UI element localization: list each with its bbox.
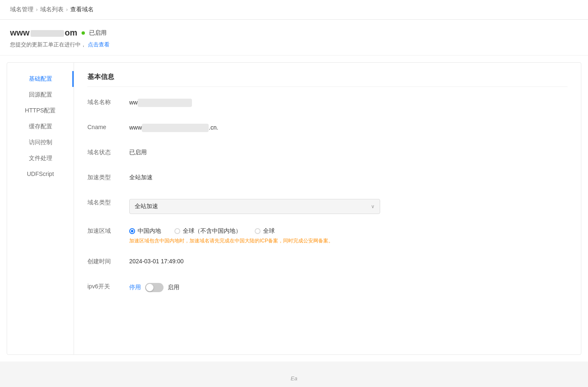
domain-type-select[interactable]: 全站加速 ∨ xyxy=(129,199,380,214)
domain-name-value: ww xyxy=(129,97,568,107)
main-content: 基础配置 回源配置 HTTPS配置 缓存配置 访问控制 文件处理 UDFScri… xyxy=(7,62,581,355)
domain-type-label: 域名类型 xyxy=(87,197,129,206)
update-notice: 您提交的更新工单正在进行中， 点击查看 xyxy=(10,41,578,48)
toggle-knob xyxy=(146,284,153,291)
update-link[interactable]: 点击查看 xyxy=(88,41,110,48)
ipv6-value: 停用 启用 xyxy=(129,281,568,292)
form-row-ipv6: ipv6开关 停用 启用 xyxy=(87,281,568,295)
radio-global-no-china[interactable]: 全球（不含中国内地） xyxy=(174,227,241,235)
domain-name-redacted xyxy=(138,99,192,107)
ipv6-label: ipv6开关 xyxy=(87,281,129,290)
breadcrumb-item-3: 查看域名 xyxy=(70,6,94,13)
domain-type-value: 全站加速 ∨ xyxy=(129,197,568,214)
radio-global[interactable]: 全球 xyxy=(255,227,275,235)
breadcrumb: 域名管理 › 域名列表 › 查看域名 xyxy=(0,0,588,20)
page-bottom: Ea xyxy=(0,362,588,387)
ipv6-enabled-label: 启用 xyxy=(168,284,179,291)
domain-type-select-value: 全站加速 xyxy=(135,203,158,210)
breadcrumb-item-1[interactable]: 域名管理 xyxy=(10,6,33,13)
ipv6-toggle[interactable] xyxy=(145,283,164,292)
accel-region-radio-group: 中国内地 全球（不含中国内地） 全球 xyxy=(129,227,568,235)
form-row-create-time: 创建时间 2024-03-01 17:49:00 xyxy=(87,256,568,270)
radio-label-global: 全球 xyxy=(263,227,275,235)
cname-prefix: www xyxy=(129,124,142,131)
form-row-cname: Cname www.cn. xyxy=(87,122,568,135)
bottom-text: Ea xyxy=(291,375,297,382)
radio-label-global-no-china: 全球（不含中国内地） xyxy=(183,227,241,235)
sidebar-nav: 基础配置 回源配置 HTTPS配置 缓存配置 访问控制 文件处理 UDFScri… xyxy=(7,63,74,354)
radio-china-mainland[interactable]: 中国内地 xyxy=(129,227,161,235)
radio-circle-china xyxy=(129,228,135,234)
breadcrumb-item-2[interactable]: 域名列表 xyxy=(40,6,64,13)
form-row-domain-name: 域名名称 ww xyxy=(87,97,568,110)
accel-region-value: 中国内地 全球（不含中国内地） 全球 加速区域包含中国内地时，加速域名请先完成在… xyxy=(129,226,568,244)
sidebar-item-file[interactable]: 文件处理 xyxy=(7,150,74,166)
toggle-row: 停用 启用 xyxy=(129,283,568,292)
domain-title-row: wwwom 已启用 xyxy=(10,28,578,38)
chevron-down-icon: ∨ xyxy=(371,204,375,209)
domain-name-prefix: ww xyxy=(129,99,138,106)
sidebar-item-https[interactable]: HTTPS配置 xyxy=(7,103,74,119)
accel-type-label: 加速类型 xyxy=(87,172,129,181)
section-title: 基本信息 xyxy=(87,73,568,87)
radio-label-china: 中国内地 xyxy=(138,227,161,235)
sidebar-item-udf[interactable]: UDFScript xyxy=(7,166,74,181)
domain-status-label: 域名状态 xyxy=(87,147,129,156)
domain-status-value: 已启用 xyxy=(129,147,568,156)
radio-circle-global xyxy=(255,228,261,234)
sidebar-item-origin[interactable]: 回源配置 xyxy=(7,87,74,103)
create-time-label: 创建时间 xyxy=(87,256,129,265)
breadcrumb-sep-1: › xyxy=(36,7,38,13)
cname-redacted xyxy=(142,124,209,132)
status-dot xyxy=(82,31,85,35)
cname-label: Cname xyxy=(87,122,129,130)
breadcrumb-sep-2: › xyxy=(66,7,68,13)
cname-suffix: .cn. xyxy=(209,124,218,131)
update-notice-text: 您提交的更新工单正在进行中， xyxy=(10,41,86,48)
form-row-accel-region: 加速区域 中国内地 全球（不含中国内地） 全球 xyxy=(87,226,568,244)
form-row-domain-type: 域名类型 全站加速 ∨ xyxy=(87,197,568,214)
sidebar-item-access[interactable]: 访问控制 xyxy=(7,135,74,150)
create-time-value: 2024-03-01 17:49:00 xyxy=(129,256,568,265)
sidebar-item-cache[interactable]: 缓存配置 xyxy=(7,119,74,135)
form-row-accel-type: 加速类型 全站加速 xyxy=(87,172,568,186)
page-wrapper: 域名管理 › 域名列表 › 查看域名 wwwom 已启用 您提交的更新工单正在进… xyxy=(0,0,588,387)
domain-name-label: 域名名称 xyxy=(87,97,129,106)
domain-name: wwwom xyxy=(10,28,77,38)
cname-value: www.cn. xyxy=(129,122,568,132)
accel-region-label: 加速区域 xyxy=(87,226,129,235)
content-area: 基本信息 域名名称 ww Cname www.cn. 域名状态 已启用 xyxy=(74,63,581,354)
status-label: 已启用 xyxy=(89,29,107,37)
form-row-domain-status: 域名状态 已启用 xyxy=(87,147,568,160)
domain-header: wwwom 已启用 您提交的更新工单正在进行中， 点击查看 xyxy=(0,20,588,56)
accel-type-value: 全站加速 xyxy=(129,172,568,181)
ipv6-disable-link[interactable]: 停用 xyxy=(129,284,141,291)
radio-circle-global-no-china xyxy=(174,228,180,234)
sidebar-item-basic[interactable]: 基础配置 xyxy=(7,71,74,87)
accel-region-hint: 加速区域包含中国内地时，加速域名请先完成在中国大陆的ICP备案，同时完成公安网备… xyxy=(129,237,568,244)
